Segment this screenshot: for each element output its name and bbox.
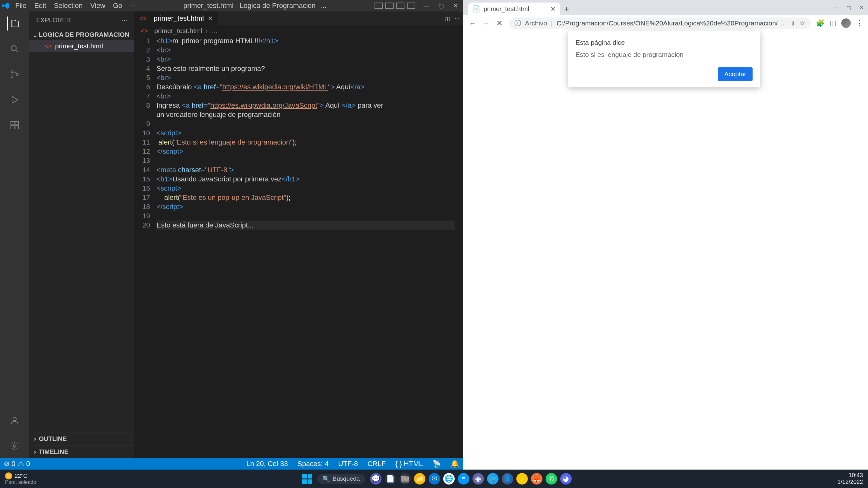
vscode-body: EXPLORER ··· ⌄ LOGICA DE PROGRAMACION <>… — [0, 11, 463, 458]
more-icon[interactable]: ··· — [122, 17, 127, 24]
menu-more[interactable]: ··· — [130, 2, 136, 10]
addr-scheme: Archivo — [525, 20, 547, 27]
menu-view[interactable]: View — [90, 2, 105, 10]
menu-file[interactable]: File — [15, 2, 26, 10]
system-tray[interactable]: 10:43 1/12/2022 — [832, 472, 868, 485]
search-icon: 🔍 — [322, 475, 330, 483]
line-gutter: 1234567891011121314151617181920 — [134, 36, 156, 458]
taskbar-apps: 💬📄🏬📁✉🌐≡◉🐦📘♪🦊✆◕ — [370, 473, 572, 485]
weather-desc: Parc. soleado — [5, 480, 36, 485]
taskbar-app-icon[interactable]: 🦊 — [531, 473, 542, 485]
taskbar-app-icon[interactable]: 📘 — [502, 473, 513, 485]
info-icon[interactable]: ⓘ — [515, 19, 521, 28]
tab-close-icon[interactable]: ✕ — [208, 14, 213, 22]
menu-edit[interactable]: Edit — [34, 2, 46, 10]
tab-title: primer_test.html — [484, 5, 529, 13]
warning-count-icon[interactable]: ⚠ 0 — [18, 460, 30, 468]
weather-widget[interactable]: 22°C Parc. soleado — [0, 473, 41, 485]
stop-icon[interactable]: ✕ — [495, 19, 504, 28]
taskbar-app-icon[interactable]: 🐦 — [487, 473, 499, 485]
win-minimize-icon[interactable]: — — [833, 5, 838, 11]
breadcrumb[interactable]: <> primer_test.html › … — [134, 25, 463, 36]
file-name: primer_test.html — [55, 42, 103, 50]
close-icon[interactable]: ✕ — [448, 2, 463, 9]
svg-rect-6 — [11, 126, 14, 129]
new-tab-button[interactable]: + — [560, 3, 573, 15]
settings-icon[interactable] — [8, 439, 22, 453]
search-icon[interactable] — [8, 42, 22, 56]
win-close-icon[interactable]: ✕ — [860, 5, 864, 11]
account-icon[interactable] — [8, 414, 22, 428]
share-icon[interactable]: ⇧ — [790, 20, 796, 27]
cursor-position[interactable]: Ln 20, Col 33 — [246, 460, 288, 468]
file-item[interactable]: <> primer_test.html — [29, 40, 134, 52]
taskbar-app-icon[interactable]: ✉ — [429, 473, 440, 485]
win-maximize-icon[interactable]: ▢ — [846, 5, 851, 11]
toolbar-actions: 🧩 ◫ ⋮ — [813, 19, 865, 28]
taskbar-app-icon[interactable]: 🌐 — [443, 473, 455, 485]
svg-point-8 — [13, 417, 17, 421]
taskbar-app-icon[interactable]: ◉ — [472, 473, 484, 485]
source-control-icon[interactable] — [8, 67, 22, 82]
clock-time: 10:43 — [837, 472, 863, 479]
split-editor-icon[interactable]: ◫ — [445, 15, 450, 22]
star-icon[interactable]: ☆ — [800, 20, 806, 27]
timeline-section[interactable]: ›TIMELINE — [29, 445, 134, 458]
folder-header[interactable]: ⌄ LOGICA DE PROGRAMACION — [29, 29, 134, 40]
addr-url: C:/Programacion/Courses/ONE%20Alura/Logi… — [557, 20, 786, 27]
layout-icon[interactable] — [375, 3, 383, 9]
chrome-toolbar: ← → ✕ ⓘ Archivo | C:/Programacion/Course… — [463, 15, 868, 31]
layout-controls[interactable] — [375, 3, 415, 9]
taskbar-app-icon[interactable]: ✆ — [546, 473, 557, 485]
encoding[interactable]: UTF-8 — [338, 460, 358, 468]
menu-selection[interactable]: Selection — [54, 2, 83, 10]
taskbar-app-icon[interactable]: 💬 — [370, 473, 381, 485]
section-label: OUTLINE — [39, 435, 67, 443]
editor-area: <> primer_test.html ✕ ◫ ··· <> primer_te… — [134, 11, 463, 458]
maximize-icon[interactable]: ▢ — [434, 2, 448, 9]
layout-icon[interactable] — [396, 3, 404, 9]
address-bar[interactable]: ⓘ Archivo | C:/Programacion/Courses/ONE%… — [509, 18, 811, 29]
explorer-label: EXPLORER — [36, 17, 71, 24]
menu-icon[interactable]: ⋮ — [856, 19, 863, 27]
eol[interactable]: CRLF — [368, 460, 386, 468]
bell-icon[interactable]: 🔔 — [451, 460, 459, 468]
run-debug-icon[interactable] — [8, 93, 22, 107]
explorer-icon[interactable] — [7, 17, 21, 31]
explorer-sidebar: EXPLORER ··· ⌄ LOGICA DE PROGRAMACION <>… — [29, 11, 134, 458]
taskbar-app-icon[interactable]: 🏬 — [399, 473, 411, 485]
taskbar-app-icon[interactable]: 📄 — [385, 473, 396, 485]
profile-avatar[interactable] — [841, 19, 851, 28]
more-icon[interactable]: ··· — [455, 15, 459, 21]
tab-close-icon[interactable]: ✕ — [550, 5, 556, 13]
layout-icon[interactable] — [407, 3, 415, 9]
taskbar-app-icon[interactable]: 📁 — [414, 473, 426, 485]
start-button[interactable] — [302, 474, 312, 484]
language-mode[interactable]: { } HTML — [395, 460, 423, 468]
nav-buttons: ← → ✕ — [465, 19, 507, 28]
minimize-icon[interactable]: — — [419, 2, 434, 9]
menu-go[interactable]: Go — [113, 2, 122, 10]
code-editor[interactable]: 1234567891011121314151617181920 <h1>mi p… — [134, 36, 463, 458]
indentation[interactable]: Spaces: 4 — [298, 460, 329, 468]
taskbar-app-icon[interactable]: ◕ — [560, 473, 572, 485]
extensions-icon[interactable]: 🧩 — [816, 19, 825, 27]
back-icon[interactable]: ← — [468, 19, 477, 28]
taskbar-app-icon[interactable]: ♪ — [516, 473, 528, 485]
html-file-icon: <> — [139, 15, 147, 22]
extensions-icon[interactable] — [8, 118, 22, 132]
code-lines[interactable]: <h1>mi primer programa HTML!!!</h1><br><… — [156, 36, 463, 458]
alert-accept-button[interactable]: Aceptar — [718, 67, 752, 81]
taskbar-search[interactable]: 🔍 Búsqueda — [317, 474, 365, 484]
feedback-icon[interactable]: 📡 — [432, 460, 441, 468]
sidepanel-icon[interactable]: ◫ — [830, 19, 836, 27]
error-count-icon[interactable]: ⊘ 0 — [4, 460, 15, 468]
layout-icon[interactable] — [385, 3, 394, 9]
forward-icon[interactable]: → — [482, 19, 491, 28]
editor-tab[interactable]: <> primer_test.html ✕ — [134, 11, 218, 25]
taskbar-app-icon[interactable]: ≡ — [458, 473, 469, 485]
minimap[interactable] — [455, 36, 463, 458]
outline-section[interactable]: ›OUTLINE — [29, 432, 134, 445]
chrome-tabstrip: 📄 primer_test.html ✕ + — ▢ ✕ — [463, 0, 868, 15]
browser-tab[interactable]: 📄 primer_test.html ✕ — [468, 3, 560, 15]
